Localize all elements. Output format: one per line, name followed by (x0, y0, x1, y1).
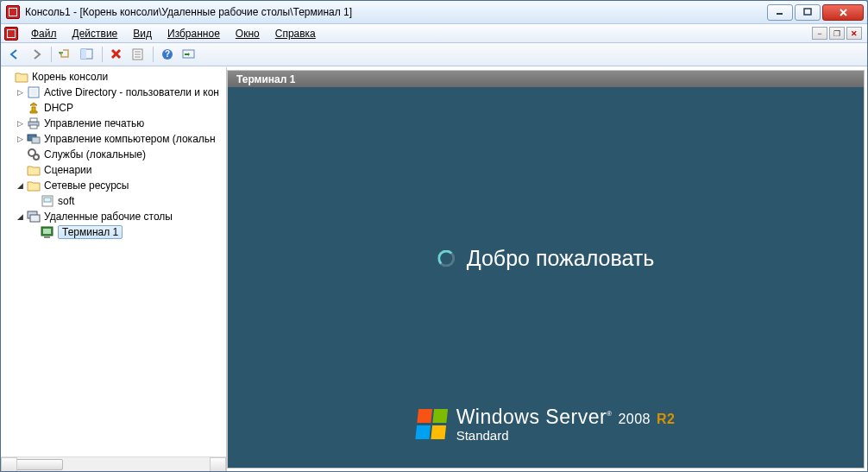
services-icon (27, 148, 41, 161)
brand-r2: R2 (657, 412, 675, 426)
menu-window[interactable]: Окно (228, 26, 267, 41)
expander-open-icon[interactable]: ◢ (13, 181, 27, 190)
tree-ad[interactable]: Active Directory - пользователи и кон (44, 86, 219, 98)
mdi-close-button[interactable]: ✕ (846, 27, 862, 40)
folder-open-icon (27, 179, 41, 192)
console-tree[interactable]: Корень консоли ▷ Active Directory - поль… (1, 67, 226, 456)
printer-icon (27, 116, 41, 130)
ad-icon (27, 85, 41, 99)
tree-dhcp[interactable]: DHCP (44, 102, 73, 114)
tree-horizontal-scrollbar[interactable] (1, 456, 226, 471)
brand-edition: Standard (456, 429, 676, 442)
scrollbar-thumb[interactable] (16, 459, 63, 470)
menu-favorites[interactable]: Избранное (160, 26, 228, 41)
window-titlebar: Консоль1 - [Корень консоли\Удаленные раб… (1, 1, 867, 24)
tree-soft[interactable]: soft (58, 195, 74, 207)
menu-view[interactable]: Вид (125, 26, 160, 41)
nav-forward-button[interactable] (26, 45, 47, 64)
window-maximize-button[interactable] (795, 4, 821, 21)
menu-file[interactable]: Файл (23, 26, 65, 41)
toolbar: ? (1, 43, 867, 66)
expander-icon[interactable]: ▷ (13, 135, 27, 143)
toolbar-separator (153, 47, 154, 62)
window-title: Консоль1 - [Корень консоли\Удаленные раб… (25, 6, 767, 18)
windows-logo-icon (415, 409, 450, 440)
mmc-app-icon (6, 5, 20, 19)
remote-desktop-view[interactable]: Добро пожаловать Windows Server® 2008 R2… (228, 87, 864, 468)
share-icon (41, 194, 54, 208)
svg-rect-29 (44, 236, 50, 238)
svg-text:?: ? (165, 49, 170, 59)
brand-year: 2008 (618, 412, 651, 426)
toolbar-separator (51, 47, 52, 62)
computer-mgmt-icon (27, 132, 41, 146)
svg-rect-1 (804, 9, 811, 15)
svg-rect-20 (32, 137, 40, 143)
svg-rect-26 (30, 215, 40, 222)
toolbar-separator (102, 47, 103, 62)
remote-desktops-icon (27, 210, 41, 223)
welcome-text: Добро пожаловать (467, 246, 655, 271)
tree-scenarios[interactable]: Сценарии (44, 164, 91, 176)
delete-button[interactable] (106, 45, 127, 64)
os-brand: Windows Server® 2008 R2 Standard (417, 407, 676, 442)
svg-rect-24 (44, 198, 51, 202)
folder-icon (15, 70, 28, 84)
help-button[interactable]: ? (157, 45, 178, 64)
tree-terminal-selected[interactable]: Терминал 1 (58, 225, 123, 239)
tree-compmgmt[interactable]: Управление компьютером (локальн (44, 133, 216, 145)
mmc-menu-icon (4, 27, 18, 41)
tree-rdp[interactable]: Удаленные рабочие столы (44, 211, 173, 223)
dhcp-icon (27, 101, 41, 115)
svg-rect-28 (43, 229, 51, 234)
mdi-restore-button[interactable]: ❐ (829, 27, 845, 40)
welcome-message: Добро пожаловать (437, 246, 655, 271)
svg-rect-17 (30, 118, 37, 122)
brand-name: Windows Server (456, 406, 607, 428)
mdi-minimize-button[interactable]: − (812, 27, 827, 40)
svg-rect-18 (30, 125, 37, 129)
expander-open-icon[interactable]: ◢ (13, 212, 27, 221)
expander-icon[interactable]: ▷ (13, 88, 27, 97)
window-close-button[interactable] (822, 4, 864, 21)
tree-services[interactable]: Службы (локальные) (44, 148, 146, 160)
pane-header: Терминал 1 (228, 71, 864, 87)
properties-button[interactable] (128, 45, 148, 64)
menu-action[interactable]: Действие (65, 26, 126, 41)
show-hide-tree-button[interactable] (77, 45, 97, 64)
nav-up-button[interactable] (55, 45, 76, 64)
extra-action-button[interactable] (179, 45, 199, 64)
tree-root[interactable]: Корень консоли (32, 71, 108, 83)
tree-print[interactable]: Управление печатью (44, 117, 144, 129)
terminal-icon (41, 225, 54, 239)
nav-back-button[interactable] (4, 45, 25, 64)
expander-icon[interactable]: ▷ (13, 119, 27, 128)
loading-spinner-icon (437, 249, 455, 267)
folder-icon (27, 163, 41, 177)
menu-help[interactable]: Справка (267, 26, 324, 41)
menu-bar: Файл Действие Вид Избранное Окно Справка… (1, 24, 867, 43)
svg-rect-5 (81, 49, 86, 59)
tree-net[interactable]: Сетевые ресурсы (44, 179, 129, 192)
window-minimize-button[interactable] (767, 4, 793, 21)
svg-point-22 (34, 154, 39, 160)
